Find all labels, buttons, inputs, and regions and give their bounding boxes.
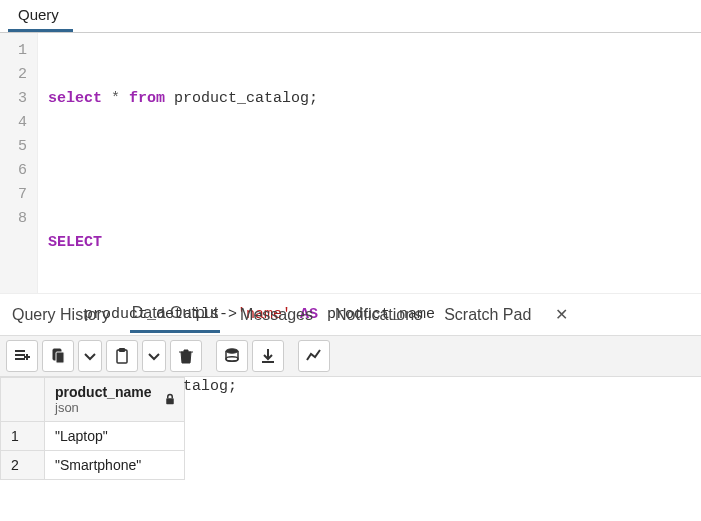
paste-dropdown-button[interactable] [142, 340, 166, 372]
column-type: json [55, 400, 174, 415]
copy-dropdown-button[interactable] [78, 340, 102, 372]
line-number: 7 [18, 183, 27, 207]
line-number: 3 [18, 87, 27, 111]
copy-icon [50, 348, 66, 364]
add-row-icon [14, 348, 30, 364]
chevron-down-icon [146, 348, 162, 364]
paste-button[interactable] [106, 340, 138, 372]
result-panel-tabs: Query History Data Output Messages Notif… [0, 293, 701, 335]
tab-data-output[interactable]: Data Output [130, 296, 220, 333]
database-save-icon [224, 348, 240, 364]
line-number-gutter: 1 2 3 4 5 6 7 8 [0, 33, 38, 293]
tab-messages[interactable]: Messages [238, 298, 315, 332]
line-number: 1 [18, 39, 27, 63]
row-number[interactable]: 2 [1, 451, 45, 480]
delete-button[interactable] [170, 340, 202, 372]
line-number: 8 [18, 207, 27, 231]
copy-button[interactable] [42, 340, 74, 372]
line-number: 5 [18, 135, 27, 159]
close-icon[interactable]: ✕ [551, 301, 572, 328]
download-icon [260, 348, 276, 364]
save-data-button[interactable] [216, 340, 248, 372]
svg-rect-3 [119, 349, 125, 352]
clipboard-icon [114, 348, 130, 364]
svg-point-5 [226, 357, 238, 361]
download-button[interactable] [252, 340, 284, 372]
trash-icon [178, 348, 194, 364]
code-content[interactable]: select * from product_catalog; SELECT pr… [38, 33, 445, 293]
graph-button[interactable] [298, 340, 330, 372]
grid-corner[interactable] [1, 378, 45, 422]
graph-icon [306, 348, 322, 364]
svg-rect-1 [56, 352, 64, 363]
tab-query[interactable]: Query [8, 0, 73, 32]
tab-scratch-pad[interactable]: Scratch Pad [442, 298, 533, 332]
line-number: 6 [18, 159, 27, 183]
svg-point-4 [226, 349, 238, 353]
line-number: 2 [18, 63, 27, 87]
column-name: product_name [55, 384, 174, 400]
editor-tab-bar: Query [0, 0, 701, 33]
chevron-down-icon [82, 348, 98, 364]
lock-icon [164, 392, 176, 408]
column-header-product-name[interactable]: product_name json [45, 378, 185, 422]
svg-rect-6 [166, 398, 174, 404]
tab-notifications[interactable]: Notifications [333, 298, 424, 332]
tab-query-history[interactable]: Query History [10, 298, 112, 332]
add-row-button[interactable] [6, 340, 38, 372]
line-number: 4 [18, 111, 27, 135]
sql-editor[interactable]: 1 2 3 4 5 6 7 8 select * from product_ca… [0, 33, 701, 293]
row-number[interactable]: 1 [1, 422, 45, 451]
